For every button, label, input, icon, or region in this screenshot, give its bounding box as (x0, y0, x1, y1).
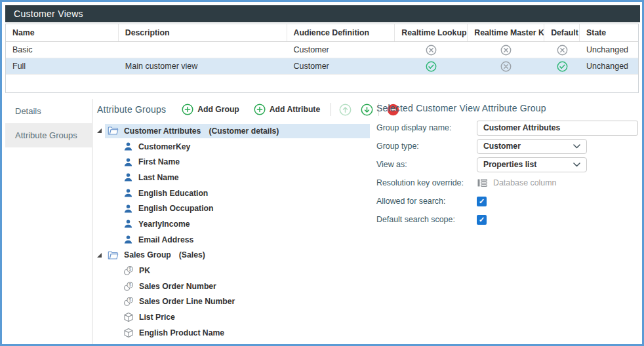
expander-icon[interactable] (97, 128, 105, 133)
folder-icon (108, 126, 119, 136)
group-type-row: Group type: Customer (376, 138, 641, 154)
folder-icon (108, 250, 119, 260)
expander-icon[interactable] (97, 253, 105, 258)
person-icon (123, 219, 133, 229)
allowed-for-search-checkbox[interactable]: ✓ (477, 197, 487, 206)
svg-text:$: $ (129, 298, 131, 303)
add-group-button[interactable]: Add Group (182, 104, 239, 115)
coins-icon: $ (123, 265, 134, 276)
move-down-button[interactable] (361, 104, 373, 116)
tree-group-customer-attributes[interactable]: Customer Attributes(Customer details) (97, 123, 370, 139)
cell: Customer (287, 62, 395, 71)
attribute-groups-tree: Customer Attributes(Customer details)Cus… (97, 123, 370, 341)
column-header-description[interactable]: Description (119, 24, 287, 41)
group-display-name-label: Group display name: (376, 123, 477, 132)
resolution-key-override-value: Database column (493, 178, 556, 187)
tree-item-email-address[interactable]: Email Address (97, 232, 370, 248)
group-display-name-row: Group display name: (376, 120, 641, 136)
tree-item-first-name[interactable]: First Name (97, 154, 370, 170)
form-title: Selected Customer View Attribute Group (376, 103, 641, 113)
status-cell (395, 45, 468, 56)
attribute-groups-toolbar: Attribute Groups Add Group Add Attribute (97, 100, 409, 119)
stage: Customer Views NameDescriptionAudience D… (2, 2, 642, 344)
sidebar: DetailsAttribute Groups (5, 99, 92, 344)
person-icon (123, 142, 133, 151)
toolbar-separator (331, 103, 331, 116)
coins-icon: $ (123, 296, 134, 307)
tree-item-english-occupation[interactable]: English Occupation (97, 201, 370, 216)
default-search-scope-checkbox[interactable]: ✓ (477, 215, 487, 225)
status-cell (395, 61, 468, 72)
window-title-bar: Customer Views (5, 5, 640, 22)
cross-circle-icon (557, 45, 568, 56)
cell: Unchanged (580, 45, 638, 54)
table-row[interactable]: FullMain customer viewCustomerUnchanged (6, 58, 638, 75)
cross-circle-icon (500, 61, 512, 72)
move-up-button[interactable] (339, 104, 352, 116)
person-icon (123, 172, 133, 182)
arrow-down-circle-icon (361, 104, 373, 116)
plus-circle-icon (254, 104, 266, 115)
cell: Unchanged (580, 62, 638, 71)
column-header-realtime-master-key[interactable]: Realtime Master Key (468, 24, 544, 41)
status-cell (544, 45, 580, 56)
allowed-for-search-row: Allowed for search: ✓ (376, 193, 641, 209)
sidebar-item-details[interactable]: Details (5, 99, 92, 123)
tree-item-sales-order-line-number[interactable]: $Sales Order Line Number (97, 294, 370, 310)
cross-circle-icon (500, 45, 512, 56)
cell: Customer (287, 45, 395, 54)
customer-views-window: Customer Views NameDescriptionAudience D… (0, 0, 644, 346)
add-attribute-button[interactable]: Add Attribute (254, 104, 320, 115)
column-header-state[interactable]: State (580, 24, 638, 41)
package-icon (123, 328, 134, 338)
default-search-scope-label: Default search scope: (376, 215, 477, 224)
view-as-row: View as: Properties list (376, 157, 641, 172)
coins-icon: $ (123, 281, 134, 292)
package-icon (123, 312, 134, 322)
default-search-scope-row: Default search scope: ✓ (376, 212, 641, 227)
selected-group-form: Selected Customer View Attribute Group G… (375, 100, 641, 113)
person-icon (123, 188, 133, 198)
tree-item-sales-order-number[interactable]: $Sales Order Number (97, 279, 370, 294)
group-type-label: Group type: (376, 142, 477, 151)
view-as-label: View as: (376, 160, 477, 169)
allowed-for-search-label: Allowed for search: (376, 197, 477, 206)
attribute-groups-title: Attribute Groups (97, 104, 166, 115)
tree-item-pk[interactable]: $PK (97, 263, 370, 279)
svg-text:$: $ (129, 282, 131, 287)
tree-item-customerkey[interactable]: CustomerKey (97, 139, 370, 155)
tree-group-body: Customer Attributes(Customer details) (105, 124, 370, 138)
chevron-down-icon (573, 163, 580, 167)
cell: Basic (6, 45, 119, 54)
cross-circle-icon (426, 45, 437, 56)
group-display-name-input[interactable] (477, 121, 638, 136)
status-cell (468, 45, 544, 56)
check-circle-icon (426, 61, 437, 72)
resolution-key-override-row: Resolution key override: Database column (376, 175, 641, 191)
column-header-name[interactable]: Name (6, 24, 119, 41)
status-cell (544, 61, 580, 72)
resolution-key-override-label: Resolution key override: (376, 178, 477, 187)
table-row[interactable]: BasicCustomerUnchanged (6, 42, 638, 58)
person-icon (123, 157, 133, 167)
column-header-audience-definition[interactable]: Audience Definition (287, 24, 395, 41)
group-type-select[interactable]: Customer (477, 139, 587, 154)
arrow-up-circle-icon (339, 104, 352, 116)
cell: Main customer view (119, 62, 287, 71)
column-header-default[interactable]: Default (544, 24, 580, 41)
sidebar-item-attribute-groups[interactable]: Attribute Groups (5, 123, 92, 147)
tree-item-english-education[interactable]: English Education (97, 185, 370, 201)
column-header-realtime-lookup[interactable]: Realtime Lookup (395, 24, 468, 41)
check-circle-icon (557, 61, 568, 72)
tree-item-yearlyincome[interactable]: YearlyIncome (97, 216, 370, 232)
table-header-row: NameDescriptionAudience DefinitionRealti… (6, 24, 638, 42)
tree-item-english-product-name[interactable]: English Product Name (97, 325, 370, 341)
cell: Full (6, 62, 119, 71)
tree-item-list-price[interactable]: List Price (97, 309, 370, 325)
view-as-select[interactable]: Properties list (477, 157, 587, 172)
person-icon (123, 204, 133, 214)
tree-group-sales-group[interactable]: Sales Group(Sales) (97, 248, 370, 263)
customer-views-table: NameDescriptionAudience DefinitionRealti… (5, 24, 639, 93)
tree-item-last-name[interactable]: Last Name (97, 170, 370, 185)
database-column-icon (477, 178, 488, 188)
